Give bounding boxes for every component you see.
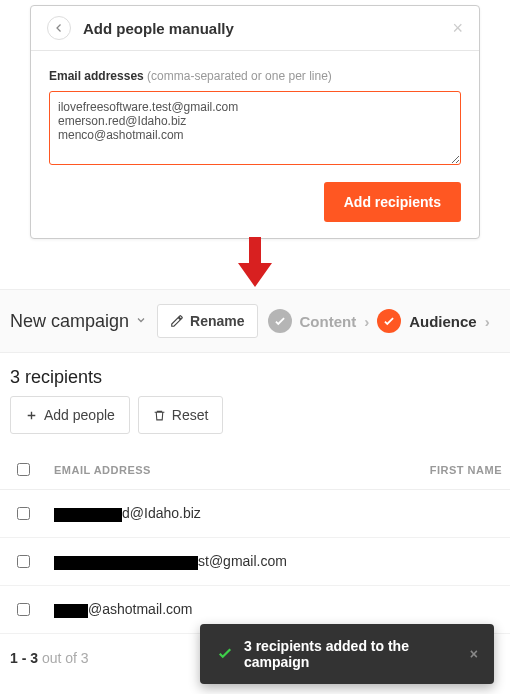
toast-close-icon[interactable]: ×	[470, 646, 478, 662]
col-first-name[interactable]: FIRST NAME	[389, 450, 510, 490]
pencil-icon	[170, 314, 184, 328]
recipients-toolbar: Add people Reset	[0, 396, 510, 450]
modal-body: Email addresses (comma-separated or one …	[31, 51, 479, 238]
success-icon	[216, 644, 234, 665]
pager-total: out of 3	[38, 650, 89, 666]
recipients-table: EMAIL ADDRESS FIRST NAME d@Idaho.bizst@g…	[0, 450, 510, 634]
back-button[interactable]	[47, 16, 71, 40]
reset-label: Reset	[172, 407, 209, 423]
row-email: st@gmail.com	[46, 538, 389, 586]
wizard-steps: Content › Audience ›	[268, 309, 490, 333]
toast: 3 recipients added to the campaign ×	[200, 624, 494, 684]
row-email: d@Idaho.biz	[46, 490, 389, 538]
step-audience-label[interactable]: Audience	[409, 313, 477, 330]
row-checkbox[interactable]	[17, 603, 30, 616]
add-people-button[interactable]: Add people	[10, 396, 130, 434]
row-checkbox[interactable]	[17, 507, 30, 520]
table-row[interactable]: d@Idaho.biz	[0, 490, 510, 538]
chevron-right-icon: ›	[485, 313, 490, 330]
modal-header: Add people manually ×	[31, 6, 479, 51]
pager-range: 1 - 3	[10, 650, 38, 666]
redacted-text	[54, 604, 88, 618]
add-people-modal: Add people manually × Email addresses (c…	[30, 5, 480, 239]
add-recipients-button[interactable]: Add recipients	[324, 182, 461, 222]
modal-title: Add people manually	[83, 20, 452, 37]
recipients-heading: 3 recipients	[0, 353, 510, 396]
col-email[interactable]: EMAIL ADDRESS	[46, 450, 389, 490]
step-content-icon[interactable]	[268, 309, 292, 333]
add-people-label: Add people	[44, 407, 115, 423]
reset-button[interactable]: Reset	[138, 396, 224, 434]
table-row[interactable]: st@gmail.com	[0, 538, 510, 586]
trash-icon	[153, 409, 166, 422]
email-label: Email addresses (comma-separated or one …	[49, 69, 461, 83]
redacted-text	[54, 556, 198, 570]
email-label-text: Email addresses	[49, 69, 144, 83]
select-all-checkbox[interactable]	[17, 463, 30, 476]
step-content-label[interactable]: Content	[300, 313, 357, 330]
arrow-down-icon	[0, 235, 510, 291]
campaign-name[interactable]: New campaign	[10, 311, 129, 332]
chevron-down-icon[interactable]	[135, 313, 147, 329]
rename-button[interactable]: Rename	[157, 304, 257, 338]
plus-icon	[25, 409, 38, 422]
check-icon	[382, 314, 396, 328]
email-hint: (comma-separated or one per line)	[147, 69, 332, 83]
rename-label: Rename	[190, 313, 244, 329]
row-checkbox[interactable]	[17, 555, 30, 568]
step-audience-icon[interactable]	[377, 309, 401, 333]
toast-text: 3 recipients added to the campaign	[244, 638, 460, 670]
email-textarea[interactable]	[49, 91, 461, 165]
redacted-text	[54, 508, 122, 522]
close-icon[interactable]: ×	[452, 19, 463, 37]
campaign-header: New campaign Rename Content › Audience ›	[0, 289, 510, 353]
check-icon	[273, 314, 287, 328]
chevron-right-icon: ›	[364, 313, 369, 330]
